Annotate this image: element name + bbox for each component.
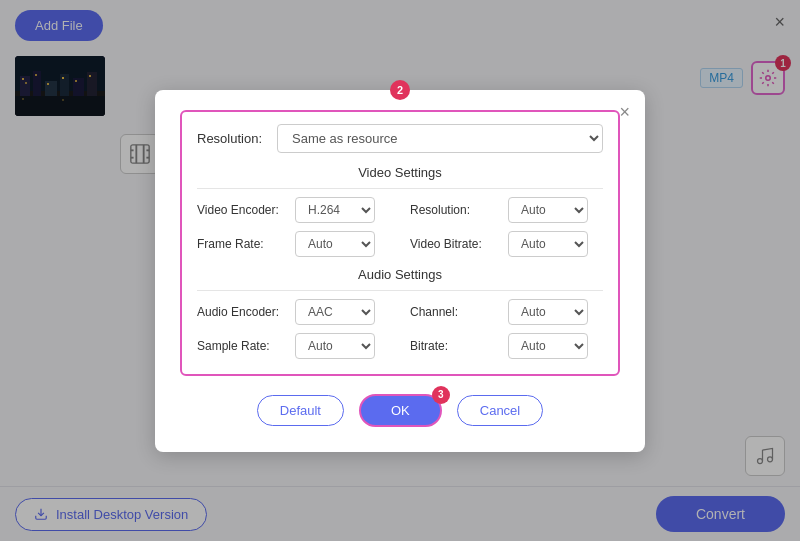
sample-rate-row: Sample Rate: Auto [197, 333, 390, 359]
frame-rate-row: Frame Rate: Auto [197, 231, 390, 257]
video-bitrate-label: Video Bitrate: [410, 237, 500, 251]
resolution-row: Resolution: Same as resource [197, 124, 603, 153]
settings-dialog: 2 × Resolution: Same as resource Video S… [155, 90, 645, 452]
dialog-badge: 2 [390, 80, 410, 100]
frame-rate-label: Frame Rate: [197, 237, 287, 251]
channel-select[interactable]: Auto [508, 299, 588, 325]
resolution-right-row: Resolution: Auto [410, 197, 603, 223]
audio-settings-title: Audio Settings [197, 267, 603, 282]
audio-settings-grid: Audio Encoder: AAC Channel: Auto [197, 299, 603, 359]
ok-badge: 3 [432, 386, 450, 404]
frame-rate-select[interactable]: Auto [295, 231, 375, 257]
app-background: Add File × [0, 0, 800, 541]
audio-encoder-label: Audio Encoder: [197, 305, 287, 319]
ok-label: OK [391, 403, 410, 418]
settings-box: Resolution: Same as resource Video Setti… [180, 110, 620, 376]
resolution-top-label: Resolution: [197, 131, 267, 146]
audio-encoder-row: Audio Encoder: AAC [197, 299, 390, 325]
resolution-right-label: Resolution: [410, 203, 500, 217]
video-divider [197, 188, 603, 189]
audio-encoder-select[interactable]: AAC [295, 299, 375, 325]
video-settings-grid: Video Encoder: H.264 Resolution: Auto [197, 197, 603, 257]
modal-overlay: 2 × Resolution: Same as resource Video S… [0, 0, 800, 541]
video-bitrate-select[interactable]: Auto [508, 231, 588, 257]
default-button[interactable]: Default [257, 395, 344, 426]
audio-divider [197, 290, 603, 291]
dialog-buttons: Default OK 3 Cancel [180, 394, 620, 427]
sample-rate-label: Sample Rate: [197, 339, 287, 353]
sample-rate-select[interactable]: Auto [295, 333, 375, 359]
bitrate-row: Bitrate: Auto [410, 333, 603, 359]
channel-row: Channel: Auto [410, 299, 603, 325]
video-encoder-row: Video Encoder: H.264 [197, 197, 390, 223]
bitrate-label: Bitrate: [410, 339, 500, 353]
cancel-button[interactable]: Cancel [457, 395, 543, 426]
resolution-right-select[interactable]: Auto [508, 197, 588, 223]
bitrate-select[interactable]: Auto [508, 333, 588, 359]
video-encoder-select[interactable]: H.264 [295, 197, 375, 223]
channel-label: Channel: [410, 305, 500, 319]
ok-button[interactable]: OK 3 [359, 394, 442, 427]
dialog-close-button[interactable]: × [619, 102, 630, 123]
video-encoder-label: Video Encoder: [197, 203, 287, 217]
resolution-top-select[interactable]: Same as resource [277, 124, 603, 153]
video-bitrate-row: Video Bitrate: Auto [410, 231, 603, 257]
video-settings-title: Video Settings [197, 165, 603, 180]
